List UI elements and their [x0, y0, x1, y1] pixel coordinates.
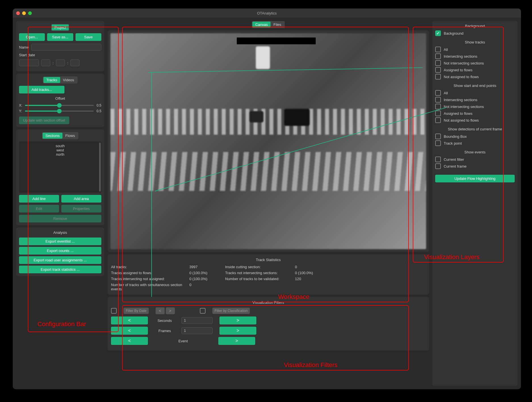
analysis-heading: Analysis: [19, 230, 101, 235]
start-hour-input[interactable]: [41, 59, 50, 66]
add-line-button[interactable]: Add line: [19, 195, 59, 203]
tracks-intersecting-checkbox[interactable]: [435, 53, 441, 59]
bbox-checkbox[interactable]: [435, 134, 441, 139]
window-title: OTAnalytics: [257, 11, 277, 15]
add-tracks-button[interactable]: Add tracks...: [19, 86, 64, 93]
list-item[interactable]: west: [21, 148, 99, 152]
stat-value: 0 (100.0%): [189, 271, 221, 275]
frames-next-button[interactable]: >: [219, 327, 256, 335]
seconds-prev-button[interactable]: <: [111, 316, 148, 324]
filter-by-date-checkbox[interactable]: [111, 308, 117, 314]
stat-label: Inside cutting section:: [225, 265, 290, 269]
show-tracks-heading: Show tracks: [435, 40, 515, 44]
tab-tracks[interactable]: Tracks: [43, 77, 60, 83]
close-icon[interactable]: [16, 11, 20, 15]
event-prev-button[interactable]: <: [111, 337, 148, 345]
endpoints-not-assigned-checkbox[interactable]: [435, 117, 441, 123]
tab-sections[interactable]: Sections: [43, 133, 62, 139]
list-item[interactable]: north: [21, 152, 99, 157]
save-button[interactable]: Save: [76, 33, 101, 41]
save-as-button[interactable]: Save as...: [47, 33, 73, 41]
events-heading: Show events: [435, 150, 515, 154]
frames-label: Frames: [155, 329, 175, 333]
date-prev-button[interactable]: <: [156, 307, 165, 314]
offset-y-label: Y:: [19, 109, 22, 113]
tab-flows[interactable]: Flows: [62, 133, 78, 139]
offset-x-label: X:: [19, 103, 22, 107]
endpoints-assigned-checkbox[interactable]: [435, 111, 441, 116]
tracks-not-assigned-checkbox[interactable]: [435, 74, 441, 80]
background-cb-label: Background: [444, 31, 463, 36]
configuration-bar: Project Open... Save as... Save Name Sta…: [16, 21, 104, 386]
open-button[interactable]: Open...: [19, 33, 45, 41]
tab-files[interactable]: Files: [271, 22, 284, 28]
date-next-button[interactable]: >: [166, 307, 175, 314]
annotation-viz-filters: Visualization Filters: [284, 361, 338, 369]
export-counts-button[interactable]: Export counts ...: [19, 247, 101, 255]
app-window: OTAnalytics Project Open... Save as... S…: [13, 9, 521, 389]
tab-project[interactable]: Project: [52, 24, 69, 30]
offset-y-slider[interactable]: [25, 111, 94, 112]
start-date-input[interactable]: [19, 59, 39, 66]
workspace: Canvas Files: [108, 21, 429, 386]
event-label: Event: [155, 339, 211, 343]
canvas-image[interactable]: [110, 33, 426, 249]
start-min-input[interactable]: [56, 59, 65, 66]
maximize-icon[interactable]: [28, 11, 32, 15]
track-statistics-panel: Track Statistics All tracks: 3997 Inside…: [108, 254, 429, 295]
detections-heading: Show detections of current frame: [435, 127, 515, 131]
event-next-button[interactable]: >: [218, 337, 255, 345]
filter-by-class-checkbox[interactable]: [200, 308, 206, 314]
minimize-icon[interactable]: [22, 11, 26, 15]
tab-canvas[interactable]: Canvas: [252, 22, 271, 28]
sections-listbox[interactable]: south west north: [19, 141, 101, 193]
offset-y-value: 0.5: [97, 109, 101, 113]
stat-value: 0: [295, 265, 326, 269]
start-sec-input[interactable]: [70, 59, 79, 66]
stat-label: All tracks:: [111, 265, 185, 269]
tracks-not-intersecting-checkbox[interactable]: [435, 60, 441, 66]
update-flow-button[interactable]: Update Flow Highlighting: [435, 175, 515, 182]
frames-input[interactable]: [181, 327, 213, 334]
stats-heading: Track Statistics: [111, 258, 426, 262]
visualization-layers: Background Background Show tracks All In…: [432, 21, 518, 386]
endpoints-not-intersecting-checkbox[interactable]: [435, 104, 441, 109]
properties-button[interactable]: Properties: [61, 205, 101, 213]
tracks-all-checkbox[interactable]: [435, 47, 441, 52]
stat-value: 0 (100.0%): [189, 277, 221, 281]
list-item[interactable]: south: [21, 144, 99, 148]
annotation-config-bar: Configuration Bar: [37, 320, 86, 328]
endpoints-all-checkbox[interactable]: [435, 90, 441, 96]
stat-value: 120: [295, 277, 326, 281]
export-road-user-button[interactable]: Export road user assignments ...: [19, 256, 101, 264]
edit-button[interactable]: Edit: [19, 205, 59, 213]
name-input[interactable]: [31, 44, 101, 51]
filter-by-class-button[interactable]: Filter by Classification: [212, 308, 250, 314]
vf-heading: Visualization Filters: [111, 300, 426, 305]
seconds-input[interactable]: [181, 317, 213, 324]
export-track-stats-button[interactable]: Export track statistics ...: [19, 266, 101, 273]
offset-x-slider[interactable]: [25, 105, 94, 106]
add-area-button[interactable]: Add area: [61, 195, 101, 203]
background-checkbox[interactable]: [435, 30, 441, 36]
tab-videos[interactable]: Videos: [60, 77, 77, 83]
endpoints-intersecting-checkbox[interactable]: [435, 97, 441, 103]
stat-label: Tracks intersecting not assigned:: [111, 277, 185, 281]
start-date-label: Start date: [19, 53, 101, 57]
tracks-assigned-checkbox[interactable]: [435, 67, 441, 73]
project-panel: Project Open... Save as... Save Name Sta…: [16, 21, 104, 71]
current-filter-checkbox[interactable]: [435, 157, 441, 162]
titlebar: OTAnalytics: [13, 9, 521, 18]
stat-value: 0: [189, 283, 221, 291]
current-frame-checkbox[interactable]: [435, 163, 441, 169]
visualization-filters-panel: Visualization Filters Filter By Date < >…: [108, 297, 429, 351]
seconds-next-button[interactable]: >: [219, 316, 256, 324]
stat-value: 3997: [189, 265, 221, 269]
trackpoint-checkbox[interactable]: [435, 140, 441, 146]
remove-button[interactable]: Remove: [19, 215, 101, 222]
export-eventlist-button[interactable]: Export eventlist ...: [19, 238, 101, 245]
update-offset-button[interactable]: Update with section offset: [19, 116, 69, 124]
offset-heading: Offset: [19, 96, 101, 101]
frames-prev-button[interactable]: <: [111, 327, 148, 335]
filter-by-date-button[interactable]: Filter By Date: [123, 308, 149, 314]
